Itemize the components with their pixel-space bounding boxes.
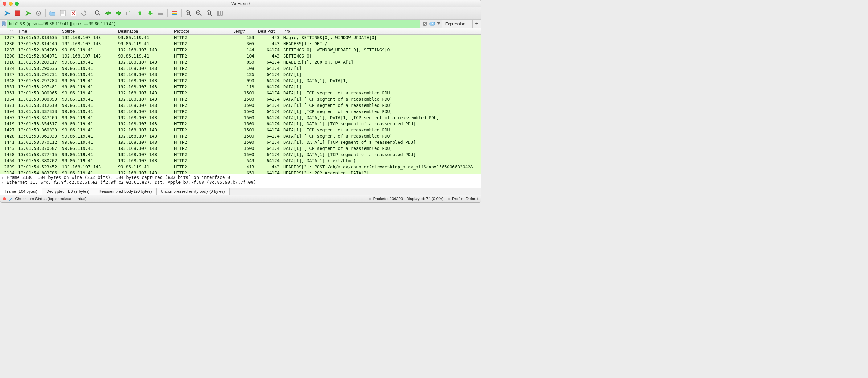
status-profile[interactable]: Profile: Default [452,196,478,201]
cell-protocol: HTTP2 [172,66,231,72]
packet-row[interactable]: 128013:01:52.814149192.168.107.14399.86.… [0,41,481,47]
cell-info: DATA[1] [TCP segment of a reassembled PD… [281,146,481,152]
packet-list[interactable]: 127713:01:52.813635192.168.107.14399.86.… [0,35,481,174]
packet-row[interactable]: 146413:01:53.38026299.86.119.41192.168.1… [0,158,481,164]
filter-expression-button[interactable]: Expression… [442,20,472,28]
packet-row[interactable]: 136113:01:53.30006599.86.119.41192.168.1… [0,90,481,96]
svg-text:1: 1 [208,11,209,14]
capture-options-button[interactable] [34,9,43,18]
auto-scroll-button[interactable] [156,9,165,18]
filter-history-button[interactable] [436,21,441,27]
tab-reassembled-body[interactable]: Reassembled body (20 bytes) [94,188,157,195]
cell-protocol: HTTP2 [172,152,231,158]
cell-info: Magic, SETTINGS[0], WINDOW_UPDATE[0] [281,35,481,41]
resize-columns-button[interactable] [215,9,225,18]
filter-bookmark-button[interactable] [0,20,7,28]
separator [181,9,182,17]
packet-row[interactable]: 135113:01:53.29748199.86.119.41192.168.1… [0,84,481,90]
packet-row[interactable]: 142713:01:53.36083099.86.119.41192.168.1… [0,127,481,133]
separator [167,9,168,17]
stop-capture-button[interactable] [13,9,23,18]
packet-row[interactable]: 144313:01:53.37050799.86.119.41192.168.1… [0,146,481,152]
go-last-button[interactable] [145,9,155,18]
zoom-in-button[interactable] [183,9,193,18]
packet-row[interactable]: 127713:01:52.813635192.168.107.14399.86.… [0,35,481,41]
cell-destport: 443 [256,35,281,41]
close-file-button[interactable] [68,9,78,18]
reload-button[interactable] [79,9,89,18]
bytes-tabs: Frame (104 bytes) Decrypted TLS (9 bytes… [0,188,481,195]
packet-row[interactable]: 136413:01:53.30889399.86.119.41192.168.1… [0,96,481,103]
tab-decrypted-tls[interactable]: Decrypted TLS (9 bytes) [42,188,94,195]
packet-row[interactable]: 137113:01:53.31261099.86.119.41192.168.1… [0,103,481,109]
packet-details-pane[interactable]: Frame 3136: 104 bytes on wire (832 bits)… [0,174,481,188]
detail-line[interactable]: Ethernet II, Src: f2:9f:c2:02:61:e2 (f2:… [2,180,479,185]
save-file-button[interactable] [58,9,68,18]
cell-protocol: HTTP2 [172,35,231,41]
open-file-button[interactable] [48,9,57,18]
cell-source: 99.86.119.41 [60,139,116,146]
cell-protocol: HTTP2 [172,164,231,170]
svg-marker-45 [437,23,440,25]
zoom-out-button[interactable] [194,9,204,18]
cell-destination: 192.168.107.143 [116,170,172,174]
go-back-button[interactable] [103,9,113,18]
cell-destination: 99.86.119.41 [116,164,172,170]
packet-row[interactable]: 141913:01:53.35431799.86.119.41192.168.1… [0,121,481,127]
cell-protocol: HTTP2 [172,96,231,103]
start-capture-button[interactable] [2,9,12,18]
column-header-source[interactable]: Source [60,28,116,34]
svg-rect-25 [172,12,177,13]
cell-destport: 64174 [256,96,281,103]
packet-row[interactable]: 134813:01:53.29728499.86.119.41192.168.1… [0,78,481,84]
packet-row[interactable]: 142813:01:53.36103399.86.119.41192.168.1… [0,133,481,139]
clear-filter-button[interactable] [422,21,428,27]
cell-time: 13:01:53.377415 [16,152,60,158]
svg-rect-17 [126,12,132,15]
packet-row[interactable]: 140713:01:53.34716999.86.119.41192.168.1… [0,115,481,121]
column-header-length[interactable]: Length [231,28,256,34]
go-first-button[interactable] [135,9,145,18]
column-header-destport[interactable]: Dest Port [256,28,281,34]
go-to-packet-button[interactable] [124,9,134,18]
apply-filter-button[interactable] [429,21,436,27]
edit-icon[interactable] [8,197,13,201]
zoom-reset-button[interactable]: 1 [204,9,214,18]
packet-row[interactable]: 145813:01:53.37741599.86.119.41192.168.1… [0,152,481,158]
packet-row[interactable]: 128713:01:52.83476999.86.119.41192.168.1… [0,47,481,53]
packet-row[interactable]: 269913:01:54.523452192.168.107.14399.86.… [0,164,481,170]
svg-line-32 [200,14,201,16]
cell-length: 549 [231,158,256,164]
detail-line[interactable]: Frame 3136: 104 bytes on wire (832 bits)… [2,175,479,180]
column-header-info[interactable]: Info [281,28,481,34]
cell-length: 1500 [231,121,256,127]
cell-time: 13:01:53.370507 [16,146,60,152]
cell-destination: 192.168.107.143 [116,133,172,139]
packet-row[interactable]: 313413:01:54.88378699.86.119.41192.168.1… [0,170,481,174]
svg-rect-37 [217,11,219,15]
cell-protocol: HTTP2 [172,127,231,133]
restart-capture-button[interactable] [23,9,33,18]
column-header-no[interactable] [0,28,16,34]
column-header-time[interactable]: Time [16,28,60,34]
display-filter-input[interactable] [7,20,420,28]
packet-row[interactable]: 129013:01:52.834971192.168.107.14399.86.… [0,53,481,59]
tab-uncompressed-body[interactable]: Uncompressed entity body (0 bytes) [157,188,230,195]
expert-info-button[interactable] [3,197,6,200]
colorize-button[interactable] [169,9,179,18]
packet-row[interactable]: 132413:01:53.29063699.86.119.41192.168.1… [0,66,481,72]
go-forward-button[interactable] [114,9,124,18]
packet-row[interactable]: 139413:01:53.33733399.86.119.41192.168.1… [0,109,481,115]
column-header-protocol[interactable]: Protocol [172,28,231,34]
column-header-destination[interactable]: Destination [116,28,172,34]
cell-info: DATA[1], DATA[1] [TCP segment of a reass… [281,121,481,127]
cell-source: 99.86.119.41 [60,59,116,66]
cell-time: 13:01:52.814149 [16,41,60,47]
find-packet-button[interactable] [93,9,103,18]
svg-rect-1 [15,11,20,16]
packet-row[interactable]: 144113:01:53.37011299.86.119.41192.168.1… [0,139,481,146]
add-filter-button[interactable]: + [472,20,481,28]
packet-row[interactable]: 132713:01:53.29173199.86.119.41192.168.1… [0,72,481,78]
packet-row[interactable]: 131613:01:53.28911799.86.119.41192.168.1… [0,59,481,66]
tab-frame[interactable]: Frame (104 bytes) [0,188,42,195]
